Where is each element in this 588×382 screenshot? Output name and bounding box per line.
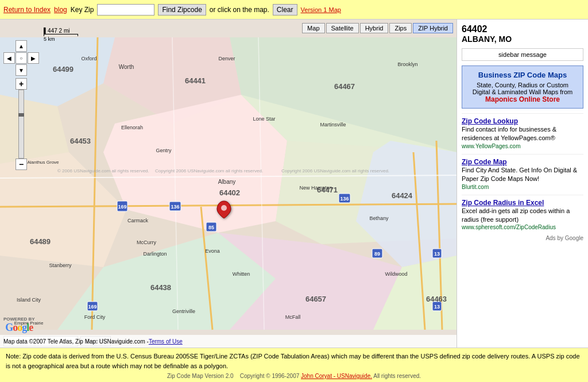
top-bar: Return to Index blog Key Zip Find Zipcod… [0, 0, 588, 20]
map-data-text: Map data ©2007 Tele Atlas, Zip Map: USNa… [3, 338, 149, 345]
nav-left-button[interactable]: ◀ [3, 52, 15, 64]
svg-text:Evona: Evona [205, 248, 220, 254]
svg-text:13: 13 [434, 304, 440, 310]
svg-text:Carmack: Carmack [127, 218, 149, 223]
google-wordmark: Google [5, 322, 33, 334]
google-logo: POWERED BY Google [3, 317, 35, 334]
map-type-ziphybrid-button[interactable]: ZIP Hybrid [413, 23, 453, 33]
svg-text:89: 89 [374, 251, 380, 257]
ad-map-title[interactable]: Zip Code Map [462, 158, 583, 166]
business-zip-box: Business ZIP Code Maps State, County, Ra… [462, 65, 583, 109]
terms-of-use-link[interactable]: Terms of Use [149, 338, 183, 345]
svg-text:64657: 64657 [305, 295, 326, 303]
ad-excel-title[interactable]: Zip Code Radius in Excel [462, 199, 583, 207]
svg-text:Worth: Worth [119, 64, 134, 70]
zoom-thumb[interactable] [18, 113, 24, 117]
svg-text:Island City: Island City [17, 297, 41, 303]
nav-right-button[interactable]: ▶ [28, 52, 39, 64]
map-type-zips-button[interactable]: Zips [389, 23, 412, 33]
svg-text:Albany: Albany [218, 179, 236, 185]
ad-lookup-title[interactable]: Zip Code Lookup [462, 117, 583, 125]
svg-text:64438: 64438 [150, 283, 171, 292]
zip-code-display: 64402 [462, 24, 583, 34]
svg-text:Bethany: Bethany [369, 215, 389, 221]
svg-text:Darlington: Darlington [143, 251, 167, 257]
ad-lookup-desc: Find contact info for businesses & resid… [462, 125, 583, 143]
blog-link[interactable]: blog [54, 6, 67, 14]
svg-point-75 [221, 205, 227, 211]
svg-text:Martinsville: Martinsville [320, 122, 346, 128]
svg-text:Ellenorah: Ellenorah [121, 125, 143, 130]
svg-text:64453: 64453 [70, 137, 91, 145]
powered-by-label: POWERED BY [3, 317, 35, 322]
scale-display: ▌447 2 mi 5 km [44, 28, 78, 42]
biz-zip-store[interactable]: Maponics Online Store [467, 95, 578, 103]
svg-text:64463: 64463 [426, 295, 447, 303]
map-controls: ▌447 2 mi 5 km ▲ ◀ ○ ▶ ▼ + [3, 23, 39, 170]
ad-excel-url: www.spheresoft.com/ZipCodeRadius [462, 224, 583, 230]
scale-miles: ▌447 2 mi [44, 28, 78, 34]
ad-zip-code-map: Zip Code Map Find City And State. Get In… [462, 154, 583, 190]
map-type-satellite-button[interactable]: Satellite [326, 23, 359, 33]
svg-text:13: 13 [434, 251, 440, 257]
zoom-track[interactable] [18, 90, 24, 159]
author-link[interactable]: John Coryat - USNaviguide. [301, 373, 372, 379]
zoom-out-button[interactable]: − [16, 159, 27, 170]
key-zip-label: Key Zip [71, 6, 94, 14]
biz-zip-title: Business ZIP Code Maps [467, 71, 578, 79]
nav-down-button[interactable]: ▼ [16, 64, 27, 76]
zip-input[interactable] [97, 4, 154, 16]
ads-by-google: Ads by Google [462, 235, 583, 241]
copyright-text: Copyright © 1996-2007 [240, 373, 300, 379]
svg-text:Copyright 2006 USNaviguide.com: Copyright 2006 USNaviguide.com all right… [281, 168, 389, 173]
svg-text:64499: 64499 [53, 65, 74, 74]
zoom-in-button[interactable]: + [16, 78, 27, 90]
map-type-map-button[interactable]: Map [302, 23, 324, 33]
svg-text:Denver: Denver [218, 56, 235, 61]
svg-text:McCurry: McCurry [137, 240, 156, 245]
nav-up-button[interactable]: ▲ [16, 40, 27, 52]
svg-text:McFall: McFall [285, 314, 301, 320]
svg-text:Gentry: Gentry [156, 148, 172, 153]
ad-zip-radius-excel: Zip Code Radius in Excel Excel add-in ge… [462, 195, 583, 231]
sidebar-message: sidebar message [462, 48, 583, 61]
map-container[interactable]: 169 136 136 85 169 89 13 13 64402 64441 [0, 20, 457, 348]
version-link[interactable]: Version 1 Map [301, 6, 341, 13]
svg-text:64424: 64424 [392, 191, 413, 200]
svg-text:169: 169 [88, 304, 96, 310]
svg-text:Brooklyn: Brooklyn [397, 61, 417, 67]
version-text: Zip Code Map Version 2.0 [167, 373, 234, 379]
clear-button[interactable]: Clear [273, 4, 297, 16]
svg-text:Oxford: Oxford [81, 56, 96, 61]
bottom-note: Note: Zip code data is derived from the … [6, 352, 582, 371]
find-zipcode-button[interactable]: Find Zipcode [158, 4, 206, 16]
bottom-bar: Note: Zip code data is derived from the … [0, 348, 588, 382]
rights-text: All rights reserved. [373, 373, 421, 379]
svg-text:Copyright 2006 USNaviguide.com: Copyright 2006 USNaviguide.com all right… [155, 168, 263, 173]
svg-text:169: 169 [118, 204, 126, 210]
svg-text:64402: 64402 [219, 188, 240, 197]
map-svg: 169 136 136 85 169 89 13 13 64402 64441 [0, 20, 457, 348]
map-footer: Map data ©2007 Tele Atlas, Zip Map: USNa… [0, 335, 457, 348]
svg-text:64489: 64489 [30, 237, 51, 246]
ad-zip-code-lookup: Zip Code Lookup Find contact info for bu… [462, 113, 583, 149]
ad-map-url: Blurtit.com [462, 184, 583, 190]
svg-text:136: 136 [171, 204, 179, 210]
svg-text:Gentriville: Gentriville [172, 308, 195, 314]
svg-text:85: 85 [208, 225, 214, 230]
svg-text:© 2006 USNaviguide.com all rig: © 2006 USNaviguide.com all rights reserv… [57, 168, 149, 173]
sidebar: 64402 ALBANY, MO sidebar message Busines… [457, 20, 588, 348]
svg-text:New Hampton: New Hampton [299, 185, 332, 191]
return-to-index-link[interactable]: Return to Index [3, 6, 51, 14]
main-content: 169 136 136 85 169 89 13 13 64402 64441 [0, 20, 588, 348]
city-state-display: ALBANY, MO [462, 34, 583, 44]
nav-center-button[interactable]: ○ [16, 52, 27, 64]
ad-excel-desc: Excel add-in gets all zip codes within a… [462, 207, 583, 225]
or-text: or click on the map. [210, 6, 269, 14]
biz-zip-line1: State, County, Radius or Custom [467, 82, 578, 88]
svg-text:136: 136 [340, 196, 349, 202]
map-type-hybrid-button[interactable]: Hybrid [360, 23, 389, 33]
svg-text:Stanberry: Stanberry [49, 263, 72, 268]
ad-lookup-url: www.YellowPages.com [462, 143, 583, 149]
scale-km: 5 km [44, 36, 78, 42]
